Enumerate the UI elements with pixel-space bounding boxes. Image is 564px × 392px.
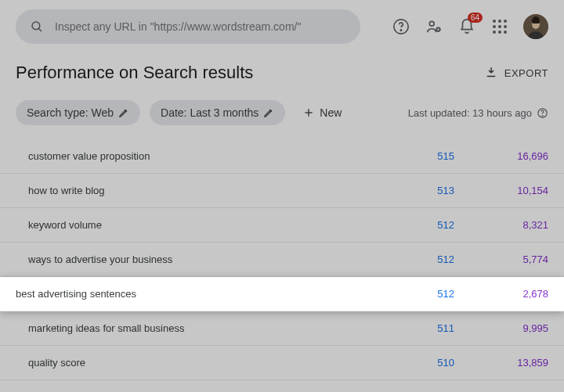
metric-2-cell: 9,995 (454, 322, 548, 334)
table-row[interactable]: keyword volume5128,321 (0, 208, 564, 243)
page-title: Performance on Search results (16, 63, 253, 83)
search-input[interactable] (55, 20, 348, 33)
metric-1-cell: 512 (360, 254, 454, 265)
metric-2-cell: 5,774 (454, 254, 548, 265)
queries-table: customer value proposition51516,696how t… (0, 139, 564, 392)
download-icon (484, 66, 498, 80)
query-cell: quality score (28, 357, 360, 369)
toolbar-icons: 64 (392, 14, 548, 39)
query-cell: keyword volume (28, 219, 360, 231)
avatar[interactable] (523, 14, 548, 39)
svg-point-4 (429, 21, 434, 26)
metric-2-cell: 13,859 (454, 357, 548, 369)
query-cell: how to write blog (28, 185, 360, 196)
svg-point-3 (400, 30, 401, 31)
topbar: 64 (0, 0, 564, 50)
filter-date[interactable]: Date: Last 3 months (150, 100, 285, 125)
metric-1-cell: 510 (360, 357, 454, 369)
table-row[interactable]: marketing ideas for small business5119,9… (0, 311, 564, 346)
metric-2-cell: 8,321 (454, 219, 548, 231)
export-button[interactable]: EXPORT (484, 66, 548, 80)
apps-icon[interactable] (490, 17, 509, 36)
pencil-icon (118, 107, 129, 118)
metric-2-cell: 16,696 (454, 150, 548, 162)
metric-1-cell: 512 (360, 288, 454, 300)
metric-2-cell: 2,678 (454, 288, 548, 300)
metric-2-cell: 10,154 (454, 185, 548, 196)
table-row[interactable]: how much do google ads cost5105,405 (0, 380, 564, 392)
table-row[interactable]: how to write blog51310,154 (0, 174, 564, 208)
url-inspect-search[interactable] (16, 9, 360, 44)
new-filter-button[interactable]: New (295, 100, 349, 125)
svg-point-5 (436, 28, 439, 31)
query-cell: marketing ideas for small business (28, 322, 360, 334)
table-row[interactable]: ways to advertise your business5125,774 (0, 243, 564, 277)
svg-point-12 (542, 115, 543, 116)
query-cell: best advertising sentences (16, 288, 360, 300)
chip-label: Search type: Web (27, 106, 114, 119)
search-icon (28, 17, 45, 36)
metric-1-cell: 511 (360, 322, 454, 334)
chip-label: Date: Last 3 months (161, 106, 258, 119)
export-label: EXPORT (504, 67, 548, 79)
metric-1-cell: 512 (360, 219, 454, 231)
table-row[interactable]: quality score51013,859 (0, 346, 564, 380)
svg-point-0 (32, 22, 40, 30)
table-row[interactable]: customer value proposition51516,696 (0, 139, 564, 174)
filters-row: Search type: Web Date: Last 3 months New… (0, 89, 564, 139)
header-row: Performance on Search results EXPORT (0, 50, 564, 89)
user-settings-icon[interactable] (425, 17, 443, 36)
last-updated: Last updated: 13 hours ago (408, 107, 548, 119)
notifications-icon[interactable]: 64 (457, 17, 476, 36)
svg-line-1 (38, 28, 42, 31)
help-icon[interactable] (392, 17, 410, 36)
table-row[interactable]: best advertising sentences5122,678 (0, 277, 564, 311)
new-label: New (320, 106, 342, 119)
metric-1-cell: 513 (360, 185, 454, 196)
pencil-icon (263, 107, 274, 118)
svg-rect-8 (487, 76, 496, 77)
last-updated-text: Last updated: 13 hours ago (408, 107, 532, 119)
info-icon[interactable] (537, 107, 548, 119)
query-cell: ways to advertise your business (28, 254, 360, 265)
notification-badge: 64 (468, 13, 483, 23)
metric-1-cell: 515 (360, 150, 454, 162)
filter-search-type[interactable]: Search type: Web (16, 100, 140, 125)
query-cell: customer value proposition (28, 150, 360, 162)
plus-icon (302, 106, 315, 119)
